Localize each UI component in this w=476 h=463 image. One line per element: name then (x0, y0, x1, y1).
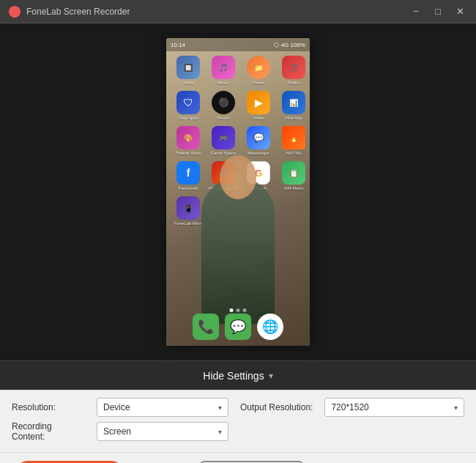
phone-dock: 📞 💬 🌐 (166, 311, 310, 343)
recording-content-label: Recording Content: (12, 421, 85, 442)
app-folder1[interactable]: 📁 Phone (242, 54, 275, 86)
recording-content-row: Recording Content: Screen ▾ (12, 421, 464, 442)
recording-content-value: Screen (103, 426, 131, 437)
output-resolution-value: 720*1520 (331, 402, 368, 412)
titlebar: FoneLab Screen Recorder − □ ✕ (0, 0, 476, 23)
app-music[interactable]: 🎵 Music (207, 54, 239, 86)
hide-settings-bar[interactable]: Hide Settings ▾ (0, 360, 476, 390)
app-radio[interactable]: 🎵 Radio (278, 54, 310, 86)
app-niono[interactable]: 🔥 NIO No (278, 125, 310, 157)
app-messenger[interactable]: 💬 Messenger (242, 125, 275, 157)
dock-messages[interactable]: 💬 (225, 314, 251, 340)
app-facebook[interactable]: f Facebook (172, 160, 204, 192)
recording-content-select[interactable]: Screen ▾ (97, 422, 228, 441)
app-diagapps[interactable]: 🛡 Diag-apps (172, 89, 204, 122)
dock-chrome[interactable]: 🌐 (257, 314, 283, 340)
close-button[interactable]: ✕ (450, 4, 470, 20)
app-video[interactable]: ▶ Video (242, 89, 275, 122)
dock-phone[interactable]: 📞 (193, 314, 219, 340)
app-icon (9, 6, 21, 18)
snapshot-button[interactable]: 📷 SnapShot (200, 461, 303, 464)
output-resolution-label: Output Resolution: (240, 402, 313, 412)
app-studio[interactable]: ⚫ Studio (207, 89, 239, 122)
resolution-value: Device (103, 402, 130, 412)
resolution-row: Resolution: Device ▾ Output Resolution: … (12, 398, 464, 417)
app-themestore[interactable]: 🎨 Theme Store (172, 125, 204, 157)
phone-person-silhouette (201, 177, 275, 324)
app-store[interactable]: 🔲 Store (172, 54, 204, 86)
window-controls: − □ ✕ (406, 4, 470, 20)
output-resolution-arrow: ▾ (454, 404, 458, 412)
minimize-button[interactable]: − (406, 4, 426, 20)
output-resolution-select[interactable]: 720*1520 ▾ (324, 398, 464, 417)
phone-screen: 10:14 ⬡ 4G 100% 🔲 Store 🎵 Music (166, 38, 310, 346)
phone-status-bar: 10:14 ⬡ 4G 100% (166, 38, 310, 51)
chevron-down-icon: ▾ (269, 371, 273, 381)
titlebar-left: FoneLab Screen Recorder (9, 6, 130, 18)
hide-settings-label: Hide Settings (203, 370, 264, 382)
restore-button[interactable]: □ (428, 4, 448, 20)
app-title: FoneLab Screen Recorder (26, 7, 130, 17)
app-simmenu[interactable]: 📋 SIM Menu (278, 160, 310, 192)
recording-content-arrow: ▾ (218, 428, 222, 436)
phone-display-area: 10:14 ⬡ 4G 100% 🔲 Store 🎵 Music (0, 23, 476, 360)
app-vibeapp[interactable]: 📊 Vibe App (278, 89, 310, 122)
app-fonelab[interactable]: 📱 FoneLab Mirro (172, 195, 204, 227)
app-gamespace[interactable]: 🎮 Game Space (207, 125, 239, 157)
resolution-arrow: ▾ (218, 404, 222, 412)
settings-panel: Resolution: Device ▾ Output Resolution: … (0, 390, 476, 452)
phone-status-right: ⬡ 4G 100% (274, 42, 305, 48)
resolution-select[interactable]: Device ▾ (97, 398, 228, 417)
phone-wallpaper: 🔲 Store 🎵 Music 📁 Phone (166, 38, 310, 346)
phone-time: 10:14 (171, 42, 185, 48)
resolution-label: Resolution: (12, 402, 85, 412)
buttons-row: Record 📷 SnapShot Recording history (0, 452, 476, 463)
